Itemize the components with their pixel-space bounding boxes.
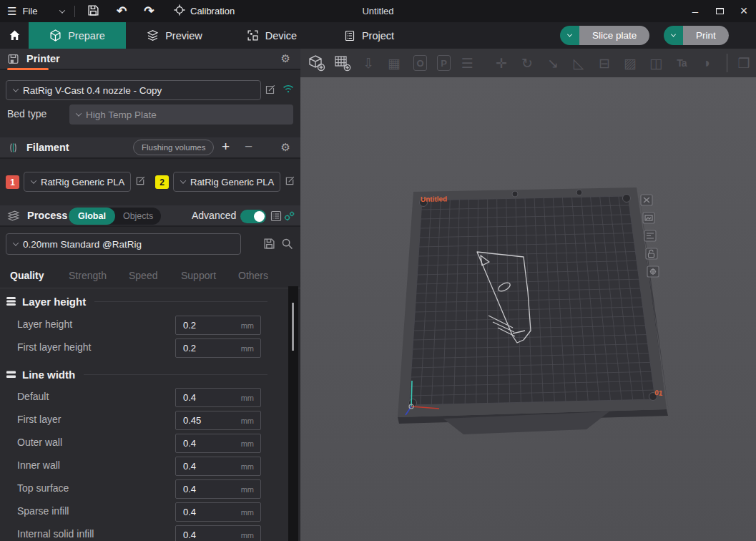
remove-filament-button[interactable]: − [245, 139, 252, 155]
flushing-volumes-button[interactable]: Flushing volumes [133, 140, 214, 155]
hamburger-icon[interactable]: ☰ [7, 6, 16, 16]
tab-prepare[interactable]: Prepare [29, 22, 126, 49]
plate-arrange-icon[interactable] [644, 230, 656, 241]
chevron-down-icon [76, 110, 82, 116]
unit-label: mm [241, 485, 260, 494]
heading-rule [84, 374, 267, 375]
calibration-button[interactable]: Calibration [190, 6, 235, 16]
advanced-toggle[interactable] [240, 210, 266, 223]
filament-2-combo[interactable]: RatRig Generic PLA [173, 172, 280, 192]
3d-canvas[interactable]: Untitled 01 [300, 77, 756, 541]
sparse-infill-width-inputbox: mm [175, 502, 261, 522]
tab-home[interactable] [0, 22, 29, 49]
color-painting-icon[interactable]: ◗ [698, 54, 717, 72]
tab-preview[interactable]: Preview [126, 22, 223, 49]
filament-2-badge[interactable]: 2 [155, 175, 169, 189]
layer-height-heading: Layer height [6, 294, 278, 308]
tab-project[interactable]: Project [320, 22, 418, 49]
save-preset-icon[interactable] [263, 238, 275, 253]
text-icon[interactable]: Ta [672, 54, 691, 72]
process-tab-strength[interactable]: Strength [69, 270, 107, 281]
plate-surface[interactable] [409, 196, 655, 405]
scope-global-button[interactable]: Global [69, 208, 115, 225]
bed-type-combo[interactable]: High Temp Plate [69, 104, 293, 125]
plate-lock-icon[interactable] [646, 248, 657, 259]
plate-settings-icon[interactable] [647, 266, 659, 277]
save-icon[interactable] [87, 4, 99, 19]
undo-icon[interactable]: ↶ [117, 5, 127, 17]
process-tab-others[interactable]: Others [238, 270, 268, 281]
add-filament-button[interactable]: + [222, 139, 230, 155]
plate-delete-icon[interactable] [641, 195, 652, 205]
top-surface-width-input[interactable] [176, 484, 241, 494]
settings-scrollbar[interactable] [288, 286, 298, 541]
filament-1-combo[interactable]: RatRig Generic PLA [24, 172, 131, 192]
rotate-icon[interactable]: ↻ [518, 54, 536, 72]
slice-plate-button[interactable]: Slice plate [579, 26, 649, 45]
setting-label: Internal solid infill [17, 528, 94, 540]
printer-section-header: Printer ⚙ [0, 49, 300, 70]
maximize-button[interactable] [707, 0, 732, 22]
filament-1-edit-icon[interactable] [135, 175, 146, 189]
printer-settings-gear-icon[interactable]: ⚙ [281, 52, 290, 65]
plate-rename-icon[interactable] [643, 213, 654, 223]
tab-device[interactable]: Device [223, 22, 320, 49]
first-layer-width-input[interactable] [176, 415, 241, 426]
internal-solid-infill-width-input[interactable] [176, 530, 241, 540]
parameter-gears-icon[interactable] [283, 210, 295, 225]
split-to-objects-icon[interactable]: O [413, 55, 427, 71]
plugin-icon[interactable]: ❒ [735, 54, 753, 72]
scrollbar-thumb[interactable] [292, 303, 294, 351]
printer-preset-combo[interactable]: RatRig V-Cast 0.4 nozzle - Copy [6, 80, 261, 100]
printer-connection-wifi-icon[interactable] [282, 84, 295, 97]
filament-2-edit-icon[interactable] [285, 175, 295, 189]
slice-plate-dropdown[interactable] [560, 26, 579, 45]
process-preset-combo[interactable]: 0.20mm Standard @RatRig [6, 233, 241, 255]
split-to-parts-icon[interactable]: P [437, 55, 451, 71]
inner-wall-width-input[interactable] [176, 461, 241, 472]
default-width-input[interactable] [176, 392, 241, 403]
calibration-icon[interactable] [174, 4, 185, 18]
printer-edit-icon[interactable] [265, 84, 276, 98]
settings-panel: Layer height Layer height mm First layer… [0, 288, 288, 541]
setting-label: Layer height [17, 318, 72, 330]
move-icon[interactable]: ✛ [492, 54, 511, 72]
cut-icon[interactable]: ⊟ [595, 54, 614, 72]
mesh-boolean-icon[interactable]: ◫ [647, 54, 665, 72]
scale-icon[interactable]: ↘ [544, 54, 562, 72]
process-tab-speed[interactable]: Speed [129, 270, 157, 281]
lay-on-face-icon[interactable]: ◺ [569, 54, 588, 72]
parameter-list-icon[interactable] [270, 210, 282, 225]
variable-layer-height-icon[interactable]: ☰ [458, 54, 476, 72]
close-button[interactable]: × [732, 0, 756, 22]
file-menu-chevron-icon[interactable] [59, 7, 65, 13]
filament-1-badge[interactable]: 1 [6, 175, 19, 189]
arrange-icon[interactable]: ▦ [385, 54, 403, 72]
print-button[interactable]: Print [683, 26, 729, 45]
support-painting-icon[interactable]: ▨ [621, 54, 639, 72]
first-layer-height-inputbox: mm [175, 338, 261, 358]
scope-objects-button[interactable]: Objects [115, 211, 161, 221]
sparse-infill-width-input[interactable] [176, 507, 241, 517]
layer-height-input[interactable] [176, 320, 241, 331]
setting-label: Default [17, 391, 49, 402]
redo-icon[interactable]: ↷ [144, 5, 154, 17]
file-menu[interactable]: File [22, 6, 37, 16]
add-plate-icon[interactable] [333, 54, 352, 72]
search-preset-icon[interactable] [281, 238, 293, 253]
process-tab-support[interactable]: Support [181, 270, 216, 281]
setting-row: First layer mm [0, 411, 288, 430]
viewport-toolbar: ⇩ ▦ O P ☰ ✛ ↻ ↘ ◺ ⊟ ▨ ◫ Ta ◗ ❒ [300, 49, 756, 77]
filament-settings-gear-icon[interactable]: ⚙ [281, 141, 290, 154]
first-layer-height-input[interactable] [176, 343, 241, 354]
titlebar-divider [74, 6, 75, 17]
plate-number-label: 01 [654, 389, 663, 397]
print-dropdown[interactable] [664, 26, 683, 45]
auto-orient-icon[interactable]: ⇩ [359, 54, 378, 72]
outer-wall-width-input[interactable] [176, 438, 241, 449]
process-tab-quality[interactable]: Quality [10, 270, 44, 281]
add-model-icon[interactable] [308, 54, 326, 72]
sidebar: Printer ⚙ RatRig V-Cast 0.4 nozzle - Cop… [0, 49, 300, 541]
unit-label: mm [241, 344, 260, 353]
minimize-button[interactable]: – [683, 0, 707, 22]
